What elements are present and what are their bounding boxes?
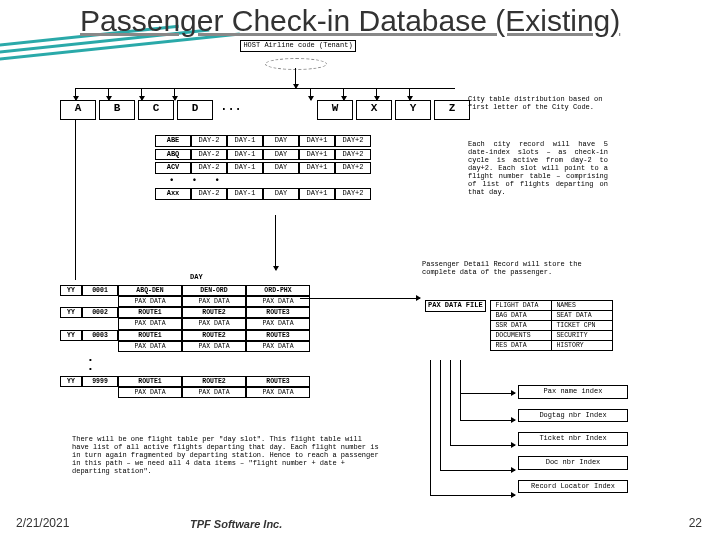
host-ellipse — [265, 58, 327, 70]
yy-cell: YY — [60, 285, 82, 296]
letter-cell: A — [60, 100, 96, 120]
day-cell: DAY-1 — [227, 188, 263, 200]
city-day-grid: ABE DAY-2 DAY-1 DAY DAY+1 DAY+2 ABQ DAY-… — [155, 135, 371, 202]
day-cell: DAY-2 — [191, 135, 227, 147]
day-cell: DAY — [263, 162, 299, 174]
route-cell: ABQ-DEN — [118, 285, 182, 296]
yy-cell: YY — [60, 307, 82, 318]
index-box: Ticket nbr Index — [518, 432, 628, 446]
flight-table: DAY YY 0001 ABQ-DEN DEN-ORD ORD-PHX PAX … — [60, 285, 310, 398]
footer-page: 22 — [689, 516, 702, 530]
index-box: Record Locator Index — [518, 480, 628, 494]
day-cell: DAY — [263, 149, 299, 161]
pax-cell: PAX DATA — [246, 387, 310, 398]
route-cell: DEN-ORD — [182, 285, 246, 296]
pax-data-file: PAX DATA FILE FLIGHT DATANAMES BAG DATAS… — [425, 300, 613, 351]
pax-cell: PAX DATA — [182, 296, 246, 307]
route-cell: ROUTE1 — [118, 307, 182, 318]
pax-cell: PAX DATA — [246, 318, 310, 329]
city-cell: ABQ — [155, 149, 191, 161]
ellipsis-vertical: • • • — [169, 176, 371, 186]
letter-row: A B C D ... W X Y Z — [60, 100, 473, 120]
day-cell: DAY+2 — [335, 135, 371, 147]
route-cell: ROUTE1 — [118, 330, 182, 341]
day-cell: DAY-2 — [191, 188, 227, 200]
route-cell: ROUTE2 — [182, 376, 246, 387]
day-cell: DAY-2 — [191, 149, 227, 161]
pax-cell: PAX DATA — [182, 387, 246, 398]
route-cell: ORD-PHX — [246, 285, 310, 296]
letter-cell: D — [177, 100, 213, 120]
index-box: Dogtag nbr Index — [518, 409, 628, 423]
day-cell: DAY-1 — [227, 149, 263, 161]
annotation-passenger-detail: Passenger Detail Record will store the c… — [422, 260, 612, 276]
letter-cell: B — [99, 100, 135, 120]
num-cell: 9999 — [82, 376, 118, 387]
day-header: DAY — [190, 273, 203, 281]
letter-cell: C — [138, 100, 174, 120]
num-cell: 0002 — [82, 307, 118, 318]
pax-cell: PAX DATA — [182, 318, 246, 329]
ellipsis-vertical: •• — [88, 355, 310, 373]
annotation-city-record: Each city record will have 5 date-index … — [468, 140, 608, 196]
pax-cell: PAX DATA — [118, 296, 182, 307]
day-cell: DAY+2 — [335, 162, 371, 174]
diagram-canvas: HOST Airline code (Tenant) A B C D ... W… — [60, 40, 680, 500]
route-cell: ROUTE1 — [118, 376, 182, 387]
index-column: Pax name index Dogtag nbr Index Ticket n… — [518, 385, 628, 503]
num-cell: 0001 — [82, 285, 118, 296]
day-cell: DAY — [263, 135, 299, 147]
pax-cell: PAX DATA — [246, 341, 310, 352]
day-cell: DAY — [263, 188, 299, 200]
index-box: Pax name index — [518, 385, 628, 399]
num-cell: 0003 — [82, 330, 118, 341]
annotation-flight-table: There will be one flight table per "day … — [72, 435, 382, 475]
yy-cell: YY — [60, 376, 82, 387]
route-cell: ROUTE3 — [246, 307, 310, 318]
index-box: Doc nbr Index — [518, 456, 628, 470]
day-cell: DAY+2 — [335, 188, 371, 200]
page-title: Passenger Check-in Database (Existing) — [80, 4, 620, 38]
day-cell: DAY+1 — [299, 162, 335, 174]
pax-file-table: FLIGHT DATANAMES BAG DATASEAT DATA SSR D… — [490, 300, 613, 351]
pax-cell: PAX DATA — [182, 341, 246, 352]
letter-cell: Z — [434, 100, 470, 120]
day-cell: DAY+1 — [299, 135, 335, 147]
day-cell: DAY-1 — [227, 135, 263, 147]
day-cell: DAY+2 — [335, 149, 371, 161]
host-box: HOST Airline code (Tenant) — [240, 40, 356, 52]
day-cell: DAY+1 — [299, 149, 335, 161]
route-cell: ROUTE2 — [182, 330, 246, 341]
letter-cell: X — [356, 100, 392, 120]
route-cell: ROUTE2 — [182, 307, 246, 318]
yy-cell: YY — [60, 330, 82, 341]
city-cell: ABE — [155, 135, 191, 147]
route-cell: ROUTE3 — [246, 376, 310, 387]
city-cell: Axx — [155, 188, 191, 200]
day-cell: DAY-2 — [191, 162, 227, 174]
footer-company: TPF Software Inc. — [190, 518, 282, 530]
pax-cell: PAX DATA — [118, 341, 182, 352]
ellipsis: ... — [216, 100, 246, 120]
annotation-city-distribution: City table distribution based on first l… — [468, 95, 603, 111]
footer-date: 2/21/2021 — [16, 516, 69, 530]
day-cell: DAY+1 — [299, 188, 335, 200]
pax-file-label: PAX DATA FILE — [425, 300, 486, 312]
letter-cell: Y — [395, 100, 431, 120]
pax-cell: PAX DATA — [118, 387, 182, 398]
letter-cell: W — [317, 100, 353, 120]
day-cell: DAY-1 — [227, 162, 263, 174]
pax-cell: PAX DATA — [118, 318, 182, 329]
route-cell: ROUTE3 — [246, 330, 310, 341]
city-cell: ACV — [155, 162, 191, 174]
